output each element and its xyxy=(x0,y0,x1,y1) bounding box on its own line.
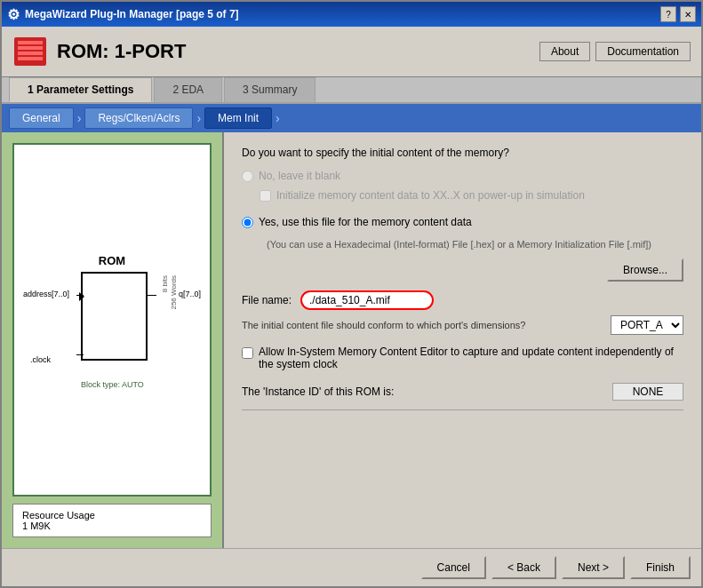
checkbox-init[interactable] xyxy=(260,190,271,202)
main-window: ⚙ MegaWizard Plug-In Manager [page 5 of … xyxy=(0,0,703,588)
allow-checkbox[interactable] xyxy=(242,347,253,359)
port-select[interactable]: PORT_A xyxy=(611,315,683,335)
close-button[interactable]: ✕ xyxy=(680,6,696,22)
clock-pin-label: .clock xyxy=(30,355,51,364)
title-bar-controls: ? ✕ xyxy=(660,6,696,22)
bottom-bar: Cancel < Back Next > Finish xyxy=(2,548,701,586)
words-label: 256 Words xyxy=(170,275,178,310)
svg-rect-3 xyxy=(18,52,43,55)
tabs-row: 1 Parameter Settings 2 EDA 3 Summary xyxy=(2,77,701,104)
arrow-icon-3: › xyxy=(274,111,282,125)
header: ROM: 1-PORT About Documentation xyxy=(2,27,701,77)
instance-row: The 'Instance ID' of this ROM is: NONE xyxy=(242,383,683,401)
right-panel: Do you want to specify the initial conte… xyxy=(224,132,701,548)
port-desc: The initial content file should conform … xyxy=(242,320,525,330)
rom-header-icon xyxy=(12,34,48,69)
back-button[interactable]: < Back xyxy=(491,556,556,579)
browse-row: Browse... xyxy=(242,258,683,282)
rom-diagram: ROM address[7..0] .clock q[7..0] xyxy=(12,143,212,497)
header-left: ROM: 1-PORT xyxy=(12,34,186,69)
rom-box xyxy=(81,272,148,361)
allow-checkbox-row: Allow In-System Memory Content Editor to… xyxy=(242,346,683,370)
address-arrow xyxy=(79,292,89,301)
radio-yes-item: Yes, use this file for the memory conten… xyxy=(242,216,683,228)
allow-section: Allow In-System Memory Content Editor to… xyxy=(242,346,683,370)
title-bar: ⚙ MegaWizard Plug-In Manager [page 5 of … xyxy=(2,2,701,27)
svg-point-8 xyxy=(43,41,46,44)
instance-label: The 'Instance ID' of this ROM is: xyxy=(242,385,394,398)
checkbox-init-item: Initialize memory content data to XX..X … xyxy=(260,189,683,202)
main-question: Do you want to specify the initial conte… xyxy=(242,147,683,159)
svg-rect-1 xyxy=(18,41,43,44)
q-line xyxy=(146,295,156,296)
header-buttons: About Documentation xyxy=(539,42,691,61)
q-pin-label: q[7..0] xyxy=(179,290,201,298)
tab-parameter-settings[interactable]: 1 Parameter Settings xyxy=(9,77,152,102)
header-title: ROM: 1-PORT xyxy=(57,40,186,63)
arrow-icon-1: › xyxy=(76,111,84,125)
cancel-button[interactable]: Cancel xyxy=(421,556,486,579)
help-button[interactable]: ? xyxy=(660,6,676,22)
radio-yes-label: Yes, use this file for the memory conten… xyxy=(259,216,472,228)
port-row: The initial content file should conform … xyxy=(242,315,683,335)
instance-value: NONE xyxy=(612,383,683,401)
radio-yes[interactable] xyxy=(242,217,253,228)
hex-note: (You can use a Hexadecimal (Intel-format… xyxy=(267,239,683,250)
resource-label: Resource Usage xyxy=(22,510,202,520)
next-button[interactable]: Next > xyxy=(562,556,625,579)
tab-summary[interactable]: 3 Summary xyxy=(224,77,316,102)
allow-label: Allow In-System Memory Content Editor to… xyxy=(259,346,683,370)
radio-no-item: No, leave it blank xyxy=(242,170,683,182)
file-input[interactable]: ./data_510_A.mif xyxy=(300,290,434,310)
svg-point-10 xyxy=(43,59,46,62)
bits-label: 8 bits xyxy=(161,275,169,292)
finish-button[interactable]: Finish xyxy=(630,556,691,579)
address-pin-label: address[7..0] xyxy=(23,290,69,298)
browse-button[interactable]: Browse... xyxy=(607,258,683,282)
left-panel: ROM address[7..0] .clock q[7..0] xyxy=(2,132,224,548)
rom-diagram-title: ROM xyxy=(99,254,125,267)
svg-point-7 xyxy=(14,59,18,62)
radio-no[interactable] xyxy=(242,171,253,182)
file-label: File name: xyxy=(242,294,292,306)
resource-value: 1 M9K xyxy=(22,520,202,531)
checkbox-init-label: Initialize memory content data to XX..X … xyxy=(276,189,585,202)
window-title: MegaWizard Plug-In Manager [page 5 of 7] xyxy=(25,8,239,20)
svg-rect-4 xyxy=(18,57,43,60)
radio-group: No, leave it blank Initialize memory con… xyxy=(242,170,683,228)
radio-no-label: No, leave it blank xyxy=(259,170,340,182)
svg-rect-2 xyxy=(18,46,43,50)
resource-box: Resource Usage 1 M9K xyxy=(12,504,212,537)
clock-line xyxy=(76,354,84,355)
divider xyxy=(242,409,683,410)
title-bar-icon: ⚙ xyxy=(7,6,20,23)
documentation-button[interactable]: Documentation xyxy=(595,42,691,61)
sub-tab-meminit[interactable]: Mem Init xyxy=(204,107,272,129)
sub-tabs-row: General › Regs/Clken/Aclrs › Mem Init › xyxy=(2,104,701,132)
main-content: ROM address[7..0] .clock q[7..0] xyxy=(2,132,701,548)
about-button[interactable]: About xyxy=(539,42,590,61)
sub-tab-regs[interactable]: Regs/Clken/Aclrs xyxy=(84,107,193,129)
block-type-label: Block type: AUTO xyxy=(81,380,144,389)
svg-point-9 xyxy=(43,50,46,53)
svg-point-5 xyxy=(14,41,18,44)
svg-point-6 xyxy=(14,50,18,53)
arrow-icon-2: › xyxy=(195,111,203,125)
sub-tab-general[interactable]: General xyxy=(9,107,74,129)
tab-eda[interactable]: 2 EDA xyxy=(154,77,222,102)
file-row: File name: ./data_510_A.mif xyxy=(242,290,683,310)
